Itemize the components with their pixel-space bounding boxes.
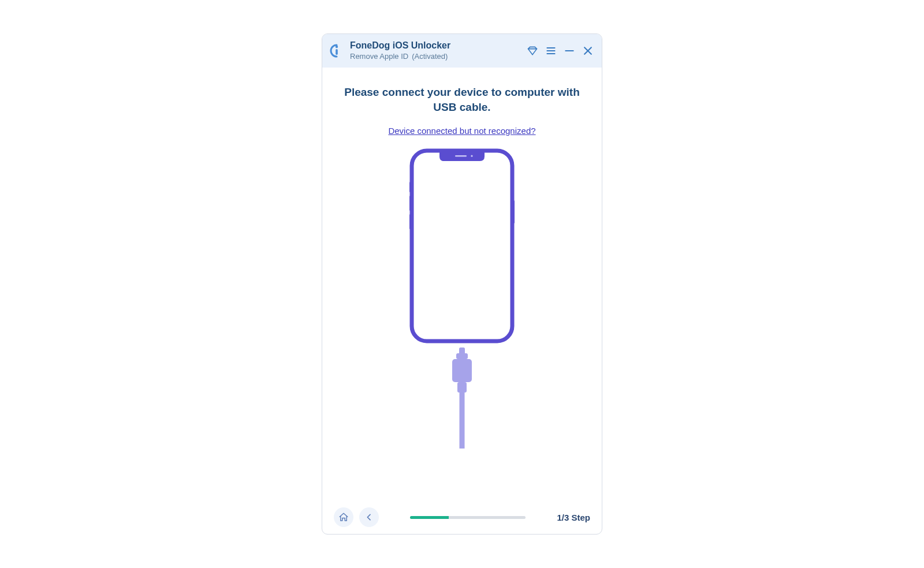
help-link[interactable]: Device connected but not recognized? bbox=[388, 126, 535, 136]
svg-rect-13 bbox=[409, 214, 412, 229]
svg-point-0 bbox=[336, 46, 338, 48]
progress-wrap bbox=[385, 516, 551, 519]
close-icon[interactable] bbox=[582, 45, 594, 57]
activated-label: (Activated) bbox=[412, 52, 448, 62]
step-label: 1/3 Step bbox=[557, 513, 590, 522]
title-left: FoneDog iOS Unlocker Remove Apple ID (Ac… bbox=[329, 40, 450, 62]
subtitle-row: Remove Apple ID (Activated) bbox=[350, 52, 450, 62]
svg-rect-16 bbox=[456, 353, 468, 359]
home-button[interactable] bbox=[334, 507, 353, 527]
app-window: FoneDog iOS Unlocker Remove Apple ID (Ac… bbox=[322, 33, 602, 535]
instruction-text: Please connect your device to computer w… bbox=[322, 85, 602, 115]
svg-rect-11 bbox=[409, 182, 412, 192]
minimize-icon[interactable] bbox=[564, 45, 575, 57]
app-subtitle: Remove Apple ID bbox=[350, 52, 408, 62]
window-controls bbox=[527, 45, 594, 57]
menu-icon[interactable] bbox=[545, 45, 557, 57]
svg-rect-14 bbox=[512, 200, 515, 223]
diamond-icon[interactable] bbox=[527, 45, 538, 57]
svg-rect-1 bbox=[336, 49, 338, 55]
back-button[interactable] bbox=[359, 507, 379, 527]
svg-point-10 bbox=[471, 155, 472, 156]
svg-rect-12 bbox=[409, 196, 412, 211]
svg-rect-19 bbox=[460, 391, 465, 449]
device-illustration bbox=[407, 148, 517, 449]
bottom-bar: 1/3 Step bbox=[322, 501, 602, 534]
progress-fill bbox=[410, 516, 449, 519]
app-logo-icon bbox=[329, 43, 344, 58]
app-title: FoneDog iOS Unlocker bbox=[350, 40, 450, 52]
svg-rect-17 bbox=[452, 359, 472, 382]
main-content: Please connect your device to computer w… bbox=[322, 68, 602, 501]
svg-rect-9 bbox=[455, 155, 467, 157]
svg-rect-8 bbox=[412, 151, 512, 341]
title-bar: FoneDog iOS Unlocker Remove Apple ID (Ac… bbox=[322, 34, 602, 68]
progress-bar bbox=[410, 516, 526, 519]
title-texts: FoneDog iOS Unlocker Remove Apple ID (Ac… bbox=[350, 40, 450, 62]
